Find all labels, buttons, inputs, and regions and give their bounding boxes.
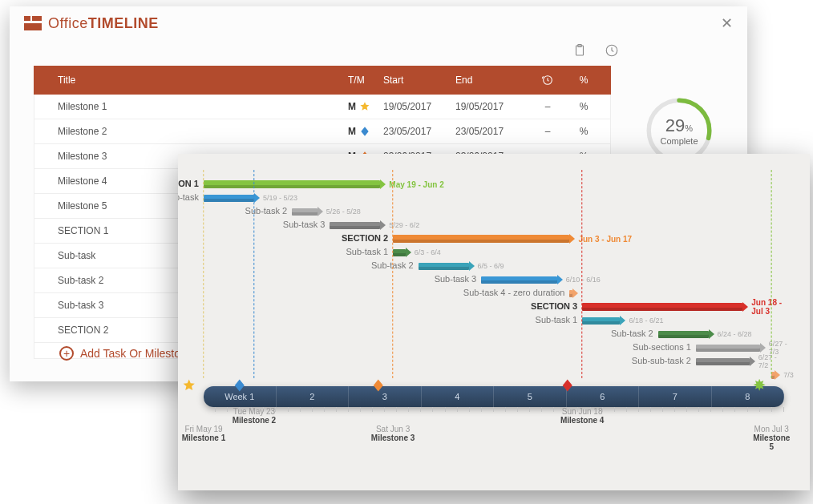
title-bar: OfficeTIMELINE ✕ xyxy=(10,6,747,35)
history-icon[interactable] xyxy=(605,43,619,61)
subtask-label: Sub-sections 1 xyxy=(633,341,696,353)
milestone-date: Fri May 19 xyxy=(182,425,225,433)
progress-unit: % xyxy=(685,123,693,133)
subtask-dates: 6/18 - 6/21 xyxy=(629,317,663,325)
cell-pct: % xyxy=(568,126,600,137)
close-icon[interactable]: ✕ xyxy=(721,14,733,32)
add-task-button[interactable]: + Add Task Or Milestone xyxy=(59,346,193,361)
subtask-dates: 6/5 - 6/9 xyxy=(478,262,504,270)
milestone-date: Sun Jun 18 xyxy=(560,407,604,416)
subtask-row: Sub-sections 16/27 - 7/3 xyxy=(204,341,784,355)
cell-tm: M xyxy=(348,101,383,112)
subtask-label: Sub-task 4 - zero duration xyxy=(463,287,570,298)
axis-cell: 4 xyxy=(422,386,495,407)
milestone-marker[interactable]: Tue May 23Milestone 2 xyxy=(233,378,276,425)
subtask-dates: 6/10 - 6/16 xyxy=(566,276,601,284)
plus-icon: + xyxy=(59,346,74,361)
section-row: SECTION 1May 19 - Jun 2 xyxy=(204,178,784,192)
section-row: SECTION 2Jun 3 - Jun 17 xyxy=(204,232,784,246)
hdr-tm[interactable]: T/M xyxy=(348,75,383,86)
hdr-title[interactable]: Title xyxy=(58,75,348,86)
week-axis: Week 12345678 xyxy=(204,386,784,407)
subtask-label: Sub-task 2 xyxy=(611,328,658,339)
section-caption: Jun 18 - Jul 3 xyxy=(751,298,795,316)
subtask-row: 7/3 xyxy=(204,369,784,382)
brand-icon xyxy=(24,16,42,30)
cell-title: Milestone 2 xyxy=(58,126,348,137)
subtask-label: Sub-task 1 xyxy=(346,246,393,257)
milestone-marker[interactable]: Sat Jun 3Milestone 3 xyxy=(371,378,415,442)
cell-pct: % xyxy=(568,101,600,112)
table-header: Title T/M Start End % xyxy=(34,66,611,95)
subtask-row: Sub-task 36/10 - 6/16 xyxy=(204,273,784,287)
axis-cell: 2 xyxy=(277,386,350,407)
milestone-date: Mon Jul 3 xyxy=(752,425,791,433)
subtask-label: Sub-task 2 xyxy=(371,260,419,271)
section-label: SECTION 2 xyxy=(342,232,393,244)
subtask-dates: 5/29 - 6/2 xyxy=(389,221,419,229)
timeline-preview: SECTION 1May 19 - Jun 2Sub-task5/19 - 5/… xyxy=(178,154,810,490)
section-row: SECTION 3Jun 18 - Jul 3 xyxy=(204,300,784,314)
milestone-name: Milestone 4 xyxy=(560,416,604,425)
cell-title: Milestone 1 xyxy=(58,101,348,112)
cell-days: – xyxy=(528,126,568,137)
hdr-end[interactable]: End xyxy=(455,75,528,86)
section-label: SECTION 3 xyxy=(531,300,582,312)
subtask-row: Sub-task 35/29 - 6/2 xyxy=(204,219,784,232)
brand-text: OfficeTIMELINE xyxy=(48,15,159,32)
subtask-row: Sub-task 26/24 - 6/28 xyxy=(204,328,784,341)
section-caption: May 19 - Jun 2 xyxy=(389,180,443,189)
progress-caption: Complete xyxy=(660,136,698,146)
subtask-label: Sub-task 2 xyxy=(245,205,293,216)
cell-end: 19/05/2017 xyxy=(455,101,528,112)
axis-ticks xyxy=(204,407,784,413)
milestone-marker[interactable]: Sun Jun 18Milestone 4 xyxy=(560,378,604,425)
add-task-label: Add Task Or Milestone xyxy=(80,347,193,360)
subtask-row: Sub-task 16/18 - 6/21 xyxy=(204,314,784,328)
hdr-start[interactable]: Start xyxy=(383,75,455,86)
cell-start: 19/05/2017 xyxy=(383,101,455,112)
axis-cell: 5 xyxy=(494,386,567,407)
subtask-dates: 5/19 - 5/23 xyxy=(263,194,297,202)
cell-days: – xyxy=(528,101,568,112)
subtask-row: Sub-task5/19 - 5/23 xyxy=(204,192,784,205)
gantt-area: SECTION 1May 19 - Jun 2Sub-task5/19 - 5/… xyxy=(204,178,784,375)
hdr-pct[interactable]: % xyxy=(568,75,600,86)
clipboard-icon[interactable] xyxy=(572,43,587,61)
subtask-dates: 5/26 - 5/28 xyxy=(326,208,361,216)
subtask-dates: 6/24 - 6/28 xyxy=(718,330,752,338)
subtask-dates: 6/3 - 6/4 xyxy=(415,248,441,256)
milestone-date: Sat Jun 3 xyxy=(371,425,415,433)
subtask-label: Sub-sub-task 2 xyxy=(632,355,696,366)
milestone-marker[interactable]: Mon Jul 3Milestone 5 xyxy=(752,378,791,451)
subtask-row: Sub-task 16/3 - 6/4 xyxy=(204,246,784,260)
milestone-date: Tue May 23 xyxy=(233,407,276,416)
subtask-row: Sub-sub-task 26/27 - 7/2 xyxy=(204,355,784,369)
subtask-label: Sub-task 1 xyxy=(536,314,583,325)
hdr-duration[interactable] xyxy=(528,74,568,87)
subtask-label: Sub-task xyxy=(178,192,204,203)
brand-prefix: Office xyxy=(48,15,88,31)
milestone-name: Milestone 2 xyxy=(233,416,276,425)
cell-tm: M xyxy=(348,126,383,137)
table-row[interactable]: Milestone 1M19/05/201719/05/2017–% xyxy=(34,95,611,119)
section-label: SECTION 1 xyxy=(178,178,204,189)
subtask-label: Sub-task 3 xyxy=(283,219,330,230)
subtask-row: Sub-task 25/26 - 5/28 xyxy=(204,205,784,219)
progress-value: 29 xyxy=(665,115,685,135)
subtask-label: Sub-task 3 xyxy=(435,273,482,284)
milestone-name: Milestone 3 xyxy=(371,433,415,442)
milestone-marker[interactable]: Fri May 19Milestone 1 xyxy=(182,378,225,442)
cell-start: 23/05/2017 xyxy=(383,126,455,137)
subtask-row: Sub-task 26/5 - 6/9 xyxy=(204,260,784,273)
brand: OfficeTIMELINE xyxy=(24,15,159,32)
axis-cell: 7 xyxy=(639,386,712,407)
table-row[interactable]: Milestone 2M23/05/201723/05/2017–% xyxy=(34,119,611,144)
milestone-name: Milestone 1 xyxy=(182,433,225,442)
brand-suffix: TIMELINE xyxy=(88,15,159,31)
section-caption: Jun 3 - Jun 17 xyxy=(578,235,632,244)
cell-end: 23/05/2017 xyxy=(455,126,528,137)
subtask-row: Sub-task 4 - zero duration xyxy=(204,287,784,300)
aux-icons xyxy=(572,43,619,61)
milestone-name: Milestone 5 xyxy=(752,433,791,451)
